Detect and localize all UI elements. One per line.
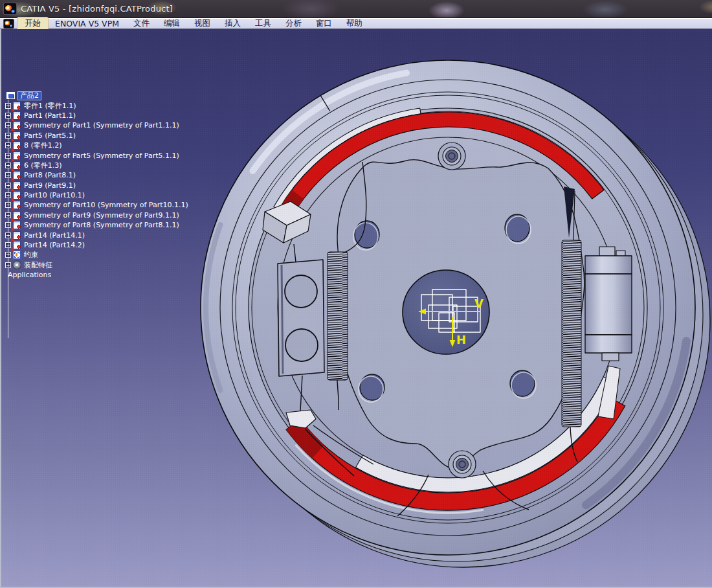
tree-item-label: Symmetry of Part1 (Symmetry of Part1.1.1… [23,121,181,130]
catia-logo-icon-small [4,19,14,28]
expand-plus-icon[interactable] [5,212,11,218]
tree-item-label: Part1 (Part1.1) [23,111,77,120]
expand-plus-icon[interactable] [5,172,11,178]
menu-bar: 开始ENOVIA V5 VPM文件编辑视图插入工具分析窗口帮助 [0,18,712,29]
menu-item-5[interactable]: 插入 [217,17,248,30]
tree-item-4[interactable]: 8 (零件1.2) [3,141,190,150]
expand-plus-icon[interactable] [5,242,11,248]
menu-item-7[interactable]: 分析 [278,17,309,30]
part-icon [13,121,21,130]
tree-item-label: Symmetry of Part5 (Symmetry of Part5.1.1… [23,152,181,160]
tree-item-label: 6 (零件1.3) [23,161,63,170]
tree-item-label: Part10 (Part10.1) [23,191,86,199]
menu-item-1[interactable]: ENOVIA V5 VPM [48,18,126,29]
tree-item-15[interactable]: 约束 [3,250,190,260]
tree-item-6[interactable]: 6 (零件1.3) [3,161,190,170]
constraints-icon [13,251,21,259]
tree-item-12[interactable]: Symmetry of Part8 (Symmetry of Part8.1.1… [3,220,190,230]
tree-item-label: 装配特征 [23,261,54,269]
part-icon [13,191,21,199]
tree-item-label: 8 (零件1.2) [23,141,63,150]
menu-item-2[interactable]: 文件 [126,17,157,30]
tree-item-16[interactable]: 装配特征 [3,260,190,270]
expand-plus-icon[interactable] [5,183,11,188]
tree-item-10[interactable]: Symmetry of Part10 (Symmetry of Part10.1… [3,200,190,210]
expand-plus-icon[interactable] [5,202,11,208]
title-bar: CATIA V5 - [zhidonfgqi.CATProduct] [0,0,712,18]
part-icon [13,231,21,240]
menu-item-9[interactable]: 帮助 [339,17,370,30]
part-icon [13,152,21,160]
part-icon [13,102,21,110]
part-icon [13,141,21,150]
expand-plus-icon[interactable] [5,252,11,258]
part-icon [13,211,21,220]
tree-root[interactable]: 产品2 [4,91,190,100]
catia-logo-icon [4,3,16,14]
expand-plus-icon[interactable] [5,103,11,109]
tree-item-label: Part14 (Part14.2) [23,241,86,249]
3d-viewport[interactable]: V H 产品2 零件1 (零件1.1)Part1 (Part1.1)Symmet… [0,29,712,588]
part-icon [13,241,21,249]
expand-plus-icon[interactable] [5,153,11,159]
tree-item-2[interactable]: Symmetry of Part1 (Symmetry of Part1.1.1… [3,120,190,130]
tree-root-label[interactable]: 产品2 [17,91,41,100]
part-icon [13,111,21,120]
tree-item-5[interactable]: Symmetry of Part5 (Symmetry of Part5.1.1… [3,150,190,160]
expand-plus-icon[interactable] [5,122,11,128]
expand-plus-icon[interactable] [5,262,11,268]
part-icon [13,161,21,170]
expand-plus-icon[interactable] [5,232,11,238]
tree-item-label: Part5 (Part5.1) [23,131,77,140]
part-icon [13,131,21,140]
menu-item-0[interactable]: 开始 [17,17,48,30]
tree-item-7[interactable]: Part8 (Part8.1) [3,170,190,180]
expand-plus-icon[interactable] [5,163,11,168]
assembly-features-icon [13,261,21,269]
part-icon [13,181,21,190]
tree-items: 零件1 (零件1.1)Part1 (Part1.1)Symmetry of Pa… [3,100,190,280]
tree-item-label: 约束 [23,251,39,259]
tree-item-label: Symmetry of Part10 (Symmetry of Part10.1… [23,201,190,209]
expand-plus-icon[interactable] [5,222,11,228]
expand-plus-icon[interactable] [5,113,11,119]
tree-item-1[interactable]: Part1 (Part1.1) [3,111,190,120]
tree-item-3[interactable]: Part5 (Part5.1) [3,131,190,141]
menu-item-3[interactable]: 编辑 [157,17,187,30]
menu-item-6[interactable]: 工具 [248,17,278,30]
tree-item-label: Part9 (Part9.1) [23,181,77,190]
menu-bar-items: 开始ENOVIA V5 VPM文件编辑视图插入工具分析窗口帮助 [17,17,370,30]
tree-item-0[interactable]: 零件1 (零件1.1) [3,100,190,110]
tree-item-14[interactable]: Part14 (Part14.2) [3,240,190,250]
tree-item-label: Symmetry of Part8 (Symmetry of Part8.1.1… [23,221,181,229]
tree-item-label: Part8 (Part8.1) [23,171,77,179]
window-title: CATIA V5 - [zhidonfgqi.CATProduct] [21,4,173,14]
menu-item-4[interactable]: 视图 [187,17,217,30]
part-icon [13,221,21,229]
product-icon [6,91,16,100]
tree-item-13[interactable]: Part14 (Part14.1) [3,230,190,240]
tree-item-17[interactable]: Applications [6,270,190,280]
tree-item-label: Applications [6,271,52,279]
expand-plus-icon[interactable] [5,192,11,198]
tree-item-11[interactable]: Symmetry of Part9 (Symmetry of Part9.1.1… [3,210,190,220]
expand-plus-icon[interactable] [5,142,11,148]
tree-item-9[interactable]: Part10 (Part10.1) [3,190,190,200]
tree-item-8[interactable]: Part9 (Part9.1) [3,181,190,190]
tree-item-label: Part14 (Part14.1) [23,231,86,240]
part-icon [13,201,21,209]
menu-item-8[interactable]: 窗口 [309,17,339,30]
part-icon [13,171,21,179]
tree-item-label: 零件1 (零件1.1) [23,102,78,110]
tree-item-label: Symmetry of Part9 (Symmetry of Part9.1.1… [23,211,181,220]
specification-tree[interactable]: 产品2 零件1 (零件1.1)Part1 (Part1.1)Symmetry o… [3,91,190,280]
expand-plus-icon[interactable] [5,133,11,139]
